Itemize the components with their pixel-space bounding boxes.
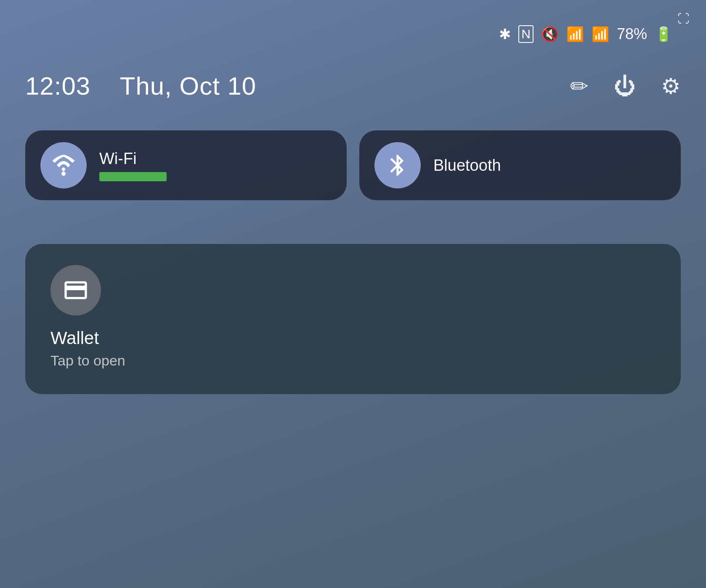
- svg-point-0: [61, 172, 66, 176]
- bluetooth-icon: [385, 153, 410, 178]
- wifi-icon-circle: [40, 142, 87, 188]
- bluetooth-tile[interactable]: Bluetooth: [359, 130, 681, 200]
- date-display: Thu, Oct 10: [120, 72, 256, 100]
- battery-icon: 🔋: [655, 26, 672, 42]
- bluetooth-label: Bluetooth: [433, 156, 501, 175]
- wifi-status-icon: 📶: [566, 26, 584, 42]
- wifi-label: Wi-Fi: [99, 150, 167, 168]
- wallet-title: Wallet: [50, 328, 656, 348]
- power-button[interactable]: ⏻: [614, 74, 636, 99]
- wifi-tile[interactable]: Wi-Fi: [25, 130, 347, 200]
- bluetooth-icon-circle: [374, 142, 421, 188]
- wifi-signal-bar: [99, 172, 167, 181]
- status-bar: ✱ N 🔇 📶 📶 78% 🔋: [499, 25, 672, 43]
- mute-icon: 🔇: [541, 26, 559, 42]
- nfc-status-icon: N: [518, 25, 533, 43]
- wallet-icon: [62, 277, 89, 304]
- time-display: 12:03: [25, 72, 90, 100]
- bluetooth-status-icon: ✱: [499, 26, 511, 42]
- wallet-subtitle: Tap to open: [50, 352, 656, 369]
- expand-icon[interactable]: ⛶: [677, 12, 689, 26]
- header-row: 12:03 Thu, Oct 10 ✏ ⏻ ⚙: [25, 72, 681, 101]
- tiles-row: Wi-Fi Bluetooth: [25, 130, 681, 200]
- wifi-icon: [51, 153, 76, 178]
- bluetooth-info: Bluetooth: [433, 156, 501, 175]
- settings-button[interactable]: ⚙: [661, 74, 681, 99]
- header-icons: ✏ ⏻ ⚙: [570, 74, 681, 99]
- edit-button[interactable]: ✏: [570, 74, 589, 99]
- wifi-info: Wi-Fi: [99, 150, 167, 181]
- wallet-card[interactable]: Wallet Tap to open: [25, 244, 681, 394]
- datetime-display: 12:03 Thu, Oct 10: [25, 72, 256, 101]
- signal-icon: 📶: [592, 26, 609, 42]
- wallet-icon-circle: [50, 265, 101, 315]
- battery-percent: 78%: [617, 25, 647, 43]
